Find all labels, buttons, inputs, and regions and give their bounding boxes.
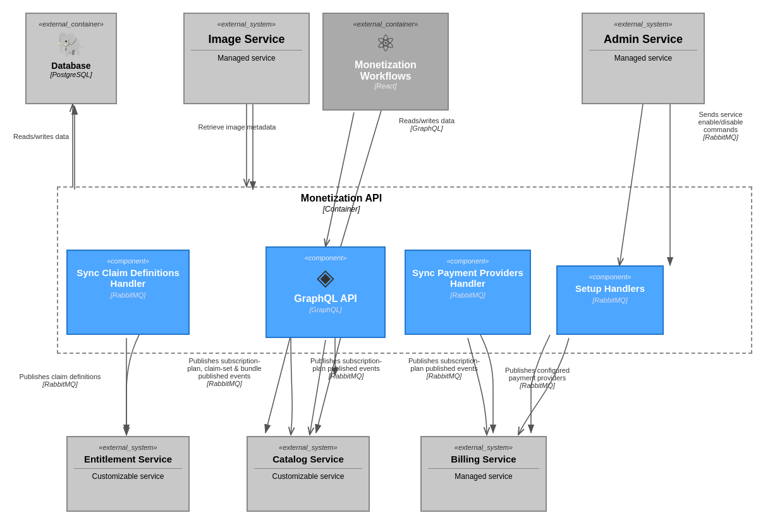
scd-subtitle: [RabbitMQ] — [74, 291, 182, 299]
monetization-workflows-box: «external_container» ⚛ Monetization Work… — [322, 13, 449, 111]
sync-claim-defs-box: «component» Sync Claim Definitions Handl… — [66, 250, 190, 335]
reads-writes-graphql-label: Reads/writes data [GraphQL] — [392, 117, 461, 132]
retrieve-image-label: Retrieve image metadata — [196, 123, 278, 131]
scd-stereotype: «component» — [74, 257, 182, 265]
billing-service-box: «external_system» Billing Service Manage… — [420, 436, 547, 512]
bs-stereotype: «external_system» — [428, 444, 539, 451]
pub-sub-plan3-label: Publishes subscription-plan published ev… — [408, 357, 480, 380]
admin-title: Admin Service — [589, 33, 697, 46]
database-stereotype: «external_container» — [33, 20, 109, 28]
image-service-box: «external_system» Image Service Managed … — [183, 13, 310, 104]
sync-payment-box: «component» Sync Payment Providers Handl… — [405, 250, 531, 335]
pub-sub-plan1-label: Publishes subscription-plan, claim-set &… — [186, 357, 262, 387]
mw-stereotype: «external_container» — [330, 20, 441, 28]
es-stereotype: «external_system» — [74, 444, 182, 451]
sends-service-label: Sends service enable/disable commands [R… — [683, 111, 759, 141]
cs-desc: Customizable service — [254, 468, 362, 481]
pub-claim-defs-label: Publishes claim definitions [RabbitMQ] — [19, 373, 101, 388]
mw-title: Monetization Workflows — [330, 59, 441, 82]
sh-title: Setup Handlers — [564, 283, 656, 294]
image-service-stereotype: «external_system» — [191, 20, 302, 28]
admin-service-box: «external_system» Admin Service Managed … — [582, 13, 705, 104]
gql-subtitle: [GraphQL] — [273, 306, 378, 313]
diagram: «external_container» 🐘 Database [Postgre… — [0, 0, 763, 532]
bs-desc: Managed service — [428, 468, 539, 481]
scd-title: Sync Claim Definitions Handler — [74, 267, 182, 289]
database-title: Database — [33, 61, 109, 71]
pub-sub-plan2-label: Publishes subscription-plan published ev… — [310, 357, 382, 380]
graphql-api-box: «component» ◈ GraphQL API [GraphQL] — [266, 246, 386, 338]
admin-stereotype: «external_system» — [589, 20, 697, 28]
es-desc: Customizable service — [74, 468, 182, 481]
mw-subtitle: [React] — [330, 82, 441, 90]
database-box: «external_container» 🐘 Database [Postgre… — [25, 13, 117, 104]
gql-stereotype: «component» — [273, 254, 378, 262]
api-title: Monetization API [Container] — [278, 193, 405, 214]
admin-desc: Managed service — [589, 50, 697, 63]
database-subtitle: [PostgreSQL] — [33, 71, 109, 78]
setup-handlers-box: «component» Setup Handlers [RabbitMQ] — [556, 265, 664, 335]
svg-line-14 — [310, 340, 326, 435]
sh-subtitle: [RabbitMQ] — [564, 296, 656, 304]
entitlement-service-box: «external_system» Entitlement Service Cu… — [66, 436, 190, 512]
image-service-desc: Managed service — [191, 50, 302, 63]
sp-subtitle: [RabbitMQ] — [412, 291, 523, 299]
catalog-service-box: «external_system» Catalog Service Custom… — [247, 436, 370, 512]
sp-title: Sync Payment Providers Handler — [412, 267, 523, 289]
sh-stereotype: «component» — [564, 273, 656, 281]
reads-writes-label: Reads/writes data — [13, 133, 70, 140]
image-service-title: Image Service — [191, 33, 302, 46]
es-title: Entitlement Service — [74, 454, 182, 464]
pub-configured-label: Publishes configured payment providers [… — [503, 366, 572, 389]
cs-title: Catalog Service — [254, 454, 362, 464]
gql-title: GraphQL API — [273, 293, 378, 305]
bs-title: Billing Service — [428, 454, 539, 464]
cs-stereotype: «external_system» — [254, 444, 362, 451]
sp-stereotype: «component» — [412, 257, 523, 265]
